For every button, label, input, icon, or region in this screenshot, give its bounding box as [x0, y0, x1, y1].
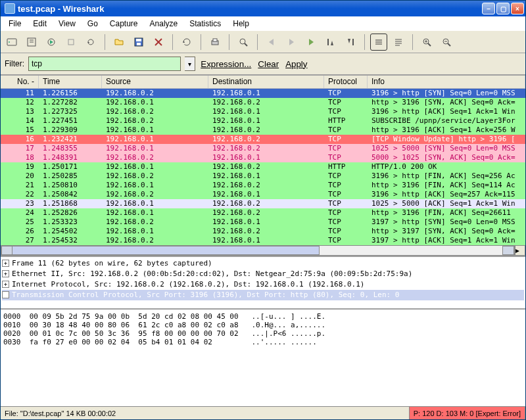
restart-capture-icon[interactable]	[82, 34, 99, 51]
packet-bytes-pane[interactable]: 0000 00 09 5b 2d 75 9a 00 0b 5d 20 cd 02…	[1, 310, 525, 406]
find-icon[interactable]	[235, 34, 252, 51]
packet-hscroll[interactable]: ▸	[1, 245, 525, 256]
packet-list-body[interactable]: 111.226156192.168.0.2192.168.0.1TCP3196 …	[1, 89, 525, 245]
filter-label: Filter:	[5, 59, 24, 68]
col-info[interactable]: Info	[368, 76, 525, 88]
expression-button[interactable]: Expression...	[199, 58, 252, 70]
expand-icon[interactable]: +	[2, 291, 9, 298]
expand-icon[interactable]: +	[2, 281, 9, 288]
menu-go[interactable]: Go	[82, 18, 103, 30]
menu-analyze[interactable]: Analyze	[145, 18, 183, 30]
svg-rect-10	[136, 39, 141, 41]
col-protocol[interactable]: Protocol	[324, 76, 368, 88]
colorize-icon[interactable]	[370, 34, 387, 51]
packet-list-header[interactable]: No. - Time Source Destination Protocol I…	[1, 76, 525, 89]
maximize-button[interactable]: ▢	[496, 3, 510, 14]
expand-icon[interactable]: +	[2, 270, 9, 277]
col-destination[interactable]: Destination	[208, 76, 324, 88]
svg-marker-23	[331, 41, 333, 45]
svg-point-1	[9, 41, 10, 43]
table-row[interactable]: 151.229309192.168.0.1192.168.0.2TCPhttp …	[1, 126, 525, 135]
table-row[interactable]: 241.252826192.168.0.1192.168.0.2TCPhttp …	[1, 208, 525, 218]
table-row[interactable]: 191.250171192.168.0.1192.168.0.2HTTPHTTP…	[1, 162, 525, 172]
menu-edit[interactable]: Edit	[28, 18, 52, 30]
options-icon[interactable]	[23, 34, 40, 51]
svg-line-39	[448, 43, 450, 46]
col-time[interactable]: Time	[39, 76, 102, 88]
table-row[interactable]: 121.227282192.168.0.1192.168.0.2TCPhttp …	[1, 98, 525, 107]
svg-line-18	[245, 43, 247, 46]
table-row[interactable]: 111.226156192.168.0.2192.168.0.1TCP3196 …	[1, 89, 525, 98]
menu-view[interactable]: View	[53, 18, 81, 30]
stop-capture-icon[interactable]	[62, 34, 80, 51]
print-icon[interactable]	[206, 34, 224, 51]
svg-rect-7	[68, 39, 74, 45]
filter-dropdown-icon[interactable]: ▾	[185, 57, 195, 71]
go-first-icon[interactable]	[322, 34, 339, 51]
save-icon[interactable]	[130, 34, 147, 51]
col-no[interactable]: No. -	[1, 76, 39, 88]
table-row[interactable]: 211.250810192.168.0.1192.168.0.2TCPhttp …	[1, 181, 525, 190]
svg-marker-21	[309, 39, 314, 45]
filter-bar: Filter: ▾ Expression... Clear Apply	[1, 53, 525, 76]
tree-frame[interactable]: +Frame 11 (62 bytes on wire, 62 bytes ca…	[2, 258, 524, 269]
title-text: test.pcap - Wireshark	[18, 4, 482, 14]
table-row[interactable]: 221.250842192.168.0.2192.168.0.1TCP3196 …	[1, 190, 525, 199]
scroll-right-icon[interactable]: ▸	[515, 245, 525, 256]
menubar: File Edit View Go Capture Analyze Statis…	[1, 16, 525, 31]
table-row[interactable]: 181.248391192.168.0.2192.168.0.1TCP5000 …	[1, 153, 525, 162]
svg-rect-16	[213, 39, 217, 41]
table-row[interactable]: 141.227451192.168.0.2192.168.0.1HTTPSUBS…	[1, 116, 525, 126]
zoom-in-icon[interactable]	[418, 34, 435, 51]
packet-details-pane[interactable]: +Frame 11 (62 bytes on wire, 62 bytes ca…	[1, 257, 525, 310]
filter-input[interactable]	[28, 57, 181, 71]
menu-help[interactable]: Help	[227, 18, 254, 30]
svg-marker-25	[348, 39, 350, 43]
scrollbar-horizontal[interactable]	[1, 245, 515, 256]
clear-button[interactable]: Clear	[256, 58, 280, 70]
table-row[interactable]: 161.232421192.168.0.1192.168.0.2TCP[TCP …	[1, 135, 525, 144]
col-source[interactable]: Source	[102, 76, 208, 88]
minimize-button[interactable]: –	[482, 3, 495, 14]
table-row[interactable]: 201.250285192.168.0.2192.168.0.1TCP3196 …	[1, 172, 525, 181]
svg-marker-6	[50, 40, 53, 44]
table-row[interactable]: 271.254532192.168.0.2192.168.0.1TCP3197 …	[1, 236, 525, 245]
go-forward-icon[interactable]	[283, 34, 300, 51]
close-file-icon[interactable]	[150, 34, 167, 51]
status-bar: File: "D:\test.pcap" 14 KB 00:00:02 P: 1…	[1, 406, 525, 419]
apply-button[interactable]: Apply	[284, 58, 308, 70]
go-back-icon[interactable]	[263, 34, 280, 51]
interfaces-icon[interactable]	[3, 34, 20, 51]
close-button[interactable]: ×	[511, 3, 524, 14]
titlebar[interactable]: test.pcap - Wireshark – ▢ ×	[1, 1, 525, 16]
svg-line-36	[428, 43, 431, 46]
status-packets: P: 120 D: 103 M: 0 [Expert: Error]	[410, 407, 525, 419]
table-row[interactable]: 171.248355192.168.0.1192.168.0.2TCP1025 …	[1, 144, 525, 153]
auto-scroll-icon[interactable]	[390, 34, 407, 51]
svg-marker-19	[269, 39, 274, 45]
table-row[interactable]: 261.254502192.168.0.1192.168.0.2TCPhttp …	[1, 227, 525, 236]
go-last-icon[interactable]	[342, 34, 359, 51]
zoom-out-icon[interactable]	[438, 34, 455, 51]
menu-capture[interactable]: Capture	[105, 18, 143, 30]
start-capture-icon[interactable]	[43, 34, 60, 51]
tree-ip[interactable]: +Internet Protocol, Src: 192.168.0.2 (19…	[2, 279, 524, 290]
svg-rect-11	[137, 43, 141, 45]
wireshark-window: test.pcap - Wireshark – ▢ × File Edit Vi…	[0, 0, 526, 420]
toolbar	[1, 31, 525, 53]
app-icon	[5, 3, 15, 14]
packet-list-pane: No. - Time Source Destination Protocol I…	[1, 76, 525, 257]
tree-tcp[interactable]: +Transmission Control Protocol, Src Port…	[2, 290, 524, 300]
table-row[interactable]: 251.253323192.168.0.2192.168.0.1TCP3197 …	[1, 218, 525, 227]
reload-icon[interactable]	[178, 34, 195, 51]
tree-ethernet[interactable]: +Ethernet II, Src: 192.168.0.2 (00:0b:5d…	[2, 269, 524, 279]
expand-icon[interactable]: +	[2, 260, 9, 267]
go-to-packet-icon[interactable]	[302, 34, 320, 51]
table-row[interactable]: 231.251868192.168.0.1192.168.0.2TCP1025 …	[1, 199, 525, 208]
menu-statistics[interactable]: Statistics	[184, 18, 226, 30]
open-icon[interactable]	[110, 34, 128, 51]
menu-file[interactable]: File	[3, 18, 26, 30]
svg-marker-14	[183, 41, 185, 43]
svg-point-17	[240, 39, 245, 44]
table-row[interactable]: 131.227325192.168.0.2192.168.0.1TCP3196 …	[1, 107, 525, 116]
